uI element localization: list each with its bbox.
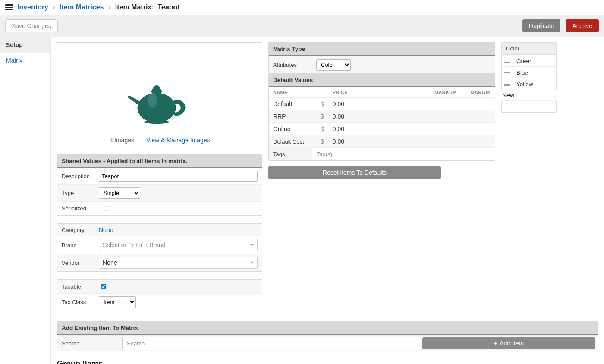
svg-point-4 (154, 85, 159, 88)
type-label: Type (62, 190, 99, 196)
save-changes-button[interactable]: Save Changes (5, 19, 58, 32)
drag-handle-icon[interactable] (502, 55, 513, 66)
add-existing-item-panel: Add Existing Item To Matrix Search + Add… (57, 321, 598, 351)
chevron-down-icon (250, 244, 254, 246)
price-row: RRP $ 0.00 (269, 110, 495, 123)
attribute-header: Color (502, 43, 556, 55)
shared-values-panel: Shared Values - Applied to all items in … (57, 154, 262, 216)
search-input[interactable] (122, 337, 420, 350)
main-content: 3 Images View & Manage Images Shared Val… (51, 37, 604, 364)
product-image-panel: 3 Images View & Manage Images (57, 42, 262, 148)
breadcrumb-current-value: Teapot (157, 3, 179, 11)
brand-placeholder: Select or Enter a Brand (103, 242, 166, 248)
currency-symbol: $ (316, 110, 328, 123)
toolbar: Save Changes Duplicate Archive (0, 15, 604, 37)
svg-point-5 (144, 120, 170, 124)
tags-input[interactable] (312, 148, 495, 160)
price-value[interactable]: 0.00 (328, 98, 387, 110)
new-attribute-input-row (501, 100, 557, 113)
attribute-row[interactable]: Yellow (502, 78, 556, 90)
description-input[interactable] (99, 171, 258, 182)
price-value[interactable]: 0.00 (328, 123, 387, 135)
app-icon (5, 4, 13, 10)
add-item-button[interactable]: + Add Item (422, 337, 595, 349)
classification-panel: Category None Brand Select or Enter a Br… (57, 223, 262, 272)
brand-select[interactable]: Select or Enter a Brand (99, 239, 258, 251)
taxclass-label: Tax Class (62, 299, 99, 305)
breadcrumb-item-matrices[interactable]: Item Matrices (60, 3, 104, 11)
attribute-value: Blue (513, 68, 532, 78)
price-value[interactable]: 0.00 (328, 135, 387, 148)
breadcrumb-inventory[interactable]: Inventory (17, 3, 48, 11)
product-image (123, 75, 196, 127)
vendor-label: Vendor (62, 260, 99, 266)
chevron-right-icon: › (53, 3, 55, 11)
type-select[interactable]: Single (99, 187, 140, 199)
group-items-header: Group Items (57, 359, 598, 364)
price-name: RRP (269, 110, 316, 123)
col-markup: MARKUP (387, 87, 460, 98)
shared-values-header: Shared Values - Applied to all items in … (57, 155, 262, 168)
new-attribute-input[interactable] (513, 102, 554, 112)
attribute-value: Yellow (513, 79, 537, 89)
attributes-label: Attributes (273, 62, 316, 68)
taxclass-select[interactable]: Item (99, 296, 136, 308)
breadcrumb: Inventory › Item Matrices › Item Matrix:… (17, 3, 180, 11)
attribute-values-panel: Color Green Blue Yellow (501, 42, 557, 90)
new-attribute-label: New (501, 90, 557, 100)
add-existing-item-header: Add Existing Item To Matrix (57, 322, 598, 335)
attributes-select[interactable]: Color (316, 59, 351, 71)
tab-matrix[interactable]: Matrix (0, 53, 50, 68)
col-margin: MARGIN (460, 87, 495, 98)
brand-label: Brand (62, 242, 99, 248)
col-price: PRICE (328, 87, 387, 98)
plus-icon: + (494, 340, 497, 347)
taxable-checkbox[interactable] (101, 284, 106, 289)
breadcrumb-bar: Inventory › Item Matrices › Item Matrix:… (0, 0, 604, 15)
matrix-type-panel: Matrix Type Attributes Color (268, 42, 495, 73)
taxable-label: Taxable (62, 283, 99, 290)
archive-button[interactable]: Archive (566, 19, 599, 32)
price-value[interactable]: 0.00 (328, 110, 387, 123)
matrix-type-header: Matrix Type (269, 43, 495, 56)
category-label: Category (62, 227, 99, 233)
sidebar: Setup Matrix (0, 37, 51, 364)
price-row: Default $ 0.00 (269, 98, 495, 110)
serialized-checkbox[interactable] (101, 206, 106, 211)
drag-handle-icon[interactable] (502, 67, 513, 78)
duplicate-button[interactable]: Duplicate (522, 19, 560, 32)
drag-handle-icon[interactable] (502, 78, 513, 90)
reset-items-button[interactable]: Reset Items To Defaults (268, 166, 441, 179)
default-values-panel: Default Values NAME PRICE MARKUP MARGIN (268, 73, 495, 161)
price-name: Default (269, 98, 316, 110)
vendor-select[interactable]: None (99, 257, 258, 269)
tags-label: Tags (269, 148, 312, 160)
currency-symbol: $ (316, 98, 328, 110)
price-row: Default Cost $ 0.00 (269, 135, 495, 148)
add-item-label: Add Item (500, 340, 524, 347)
price-row: Online $ 0.00 (269, 123, 495, 135)
tab-setup[interactable]: Setup (0, 37, 50, 53)
price-name: Default Cost (269, 135, 316, 148)
price-name: Online (269, 123, 316, 135)
vendor-value: None (103, 259, 117, 266)
col-name: NAME (269, 87, 316, 98)
drag-handle-icon[interactable] (502, 101, 513, 112)
description-label: Description (62, 173, 99, 179)
attribute-value: Green (513, 56, 536, 66)
search-label: Search (57, 337, 122, 350)
serialized-label: Serialized (62, 205, 99, 212)
category-link[interactable]: None (99, 226, 113, 233)
svg-point-6 (148, 93, 157, 108)
chevron-right-icon: › (108, 3, 110, 11)
chevron-down-icon (250, 262, 254, 264)
currency-symbol: $ (316, 123, 328, 135)
view-manage-images-link[interactable]: View & Manage Images (146, 137, 210, 144)
attribute-row[interactable]: Blue (502, 66, 556, 78)
default-values-header: Default Values (269, 74, 495, 87)
attribute-row[interactable]: Green (502, 55, 556, 66)
breadcrumb-current-prefix: Item Matrix: (115, 3, 154, 11)
currency-symbol: $ (316, 135, 328, 148)
tax-panel: Taxable Tax Class Item (57, 279, 262, 311)
image-count: 3 Images (109, 137, 134, 144)
